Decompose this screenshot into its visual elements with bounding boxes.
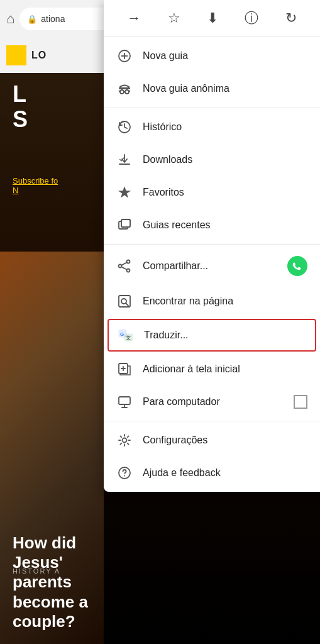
menu-item-adicionar-tela[interactable]: Adicionar à tela inicial <box>104 353 320 386</box>
whatsapp-badge <box>287 256 307 276</box>
svg-point-20 <box>291 260 304 272</box>
divider-3 <box>104 421 320 421</box>
dropdown-info-icon[interactable]: ⓘ <box>245 9 258 28</box>
svg-point-36 <box>124 475 125 477</box>
plus-circle-icon <box>116 48 133 64</box>
svg-point-16 <box>127 269 130 272</box>
ajuda-label: Ajuda e feedback <box>143 467 307 479</box>
recent-tabs-icon <box>116 218 133 233</box>
subscribe-sub: N <box>13 186 18 195</box>
menu-item-compartilhar[interactable]: Compartilhar... <box>104 247 320 285</box>
svg-text:G: G <box>120 331 124 337</box>
menu-item-nova-guia-anonima[interactable]: Nova guia anônima <box>104 72 320 105</box>
menu-item-traduzir[interactable]: G 文 Traduzir... <box>108 319 316 352</box>
dropdown-star-icon[interactable]: ☆ <box>168 10 180 26</box>
home-button[interactable]: ⌂ <box>6 11 14 27</box>
history-icon <box>116 119 133 135</box>
menu-item-downloads[interactable]: Downloads <box>104 143 320 176</box>
dropdown-menu: → ☆ ⬇ ⓘ ↻ Nova guia <box>104 0 320 492</box>
divider-2 <box>104 244 320 245</box>
svg-point-34 <box>123 438 127 443</box>
menu-item-historico[interactable]: Histórico <box>104 111 320 143</box>
downloads-icon <box>116 152 133 167</box>
encontrar-label: Encontrar na página <box>143 296 307 307</box>
menu-item-encontrar[interactable]: Encontrar na página <box>104 285 320 318</box>
svg-point-15 <box>127 260 130 264</box>
help-icon <box>116 465 133 480</box>
guias-recentes-label: Guias recentes <box>143 219 307 231</box>
nova-guia-label: Nova guia <box>143 50 307 62</box>
desktop-checkbox[interactable] <box>294 395 307 409</box>
svg-text:文: 文 <box>126 335 131 341</box>
translate-icon: G 文 <box>118 328 134 343</box>
url-text: ationa <box>41 14 65 24</box>
menu-item-configuracoes[interactable]: Configurações <box>104 424 320 457</box>
gear-icon <box>116 433 133 448</box>
menu-item-favoritos[interactable]: Favoritos <box>104 176 320 209</box>
natgeo-logo <box>6 45 26 65</box>
adicionar-tela-label: Adicionar à tela inicial <box>143 364 307 375</box>
svg-line-23 <box>126 303 128 306</box>
svg-point-4 <box>120 90 124 94</box>
svg-point-5 <box>125 90 129 94</box>
dropdown-toolbar: → ☆ ⬇ ⓘ ↻ <box>104 0 320 37</box>
menu-item-para-computador[interactable]: Para computador <box>104 386 320 418</box>
dropdown-refresh-icon[interactable]: ↻ <box>285 10 297 26</box>
natgeo-header: LO <box>0 38 104 73</box>
favoritos-label: Favoritos <box>143 187 307 198</box>
desktop-icon <box>116 394 133 409</box>
subscribe-text: Subscribe fo N <box>13 176 58 195</box>
find-icon <box>116 294 133 309</box>
svg-rect-13 <box>121 219 130 227</box>
svg-rect-3 <box>119 87 130 89</box>
dropdown-forward-icon[interactable]: → <box>127 10 141 26</box>
add-to-home-icon <box>116 362 133 377</box>
svg-line-18 <box>121 262 127 265</box>
svg-rect-31 <box>119 397 130 404</box>
article-title: LS <box>13 82 101 131</box>
lock-icon: 🔒 <box>27 14 37 24</box>
svg-line-19 <box>121 267 127 270</box>
incognito-icon <box>116 81 133 96</box>
dropdown-download-icon[interactable]: ⬇ <box>207 10 218 26</box>
traduzir-label: Traduzir... <box>144 330 306 341</box>
historico-label: Histórico <box>143 121 307 133</box>
divider-1 <box>104 108 320 108</box>
svg-marker-11 <box>119 187 131 197</box>
bottom-headline: How did Jesus' parents become a couple? <box>13 533 101 631</box>
star-filled-icon <box>116 185 133 200</box>
menu-item-guias-recentes[interactable]: Guias recentes <box>104 209 320 242</box>
configuracoes-label: Configurações <box>143 435 307 446</box>
share-icon <box>116 258 133 274</box>
para-computador-label: Para computador <box>143 396 284 408</box>
natgeo-abbrev: LO <box>31 50 47 61</box>
menu-item-ajuda[interactable]: Ajuda e feedback <box>104 457 320 489</box>
compartilhar-label: Compartilhar... <box>143 260 277 272</box>
nova-guia-anonima-label: Nova guia anônima <box>143 83 307 94</box>
menu-items-list: Nova guia Nova guia anônima <box>104 37 320 492</box>
menu-item-nova-guia[interactable]: Nova guia <box>104 40 320 72</box>
subscribe-link[interactable]: Subscribe fo <box>13 176 58 186</box>
downloads-label: Downloads <box>143 154 307 165</box>
svg-point-17 <box>119 265 122 268</box>
